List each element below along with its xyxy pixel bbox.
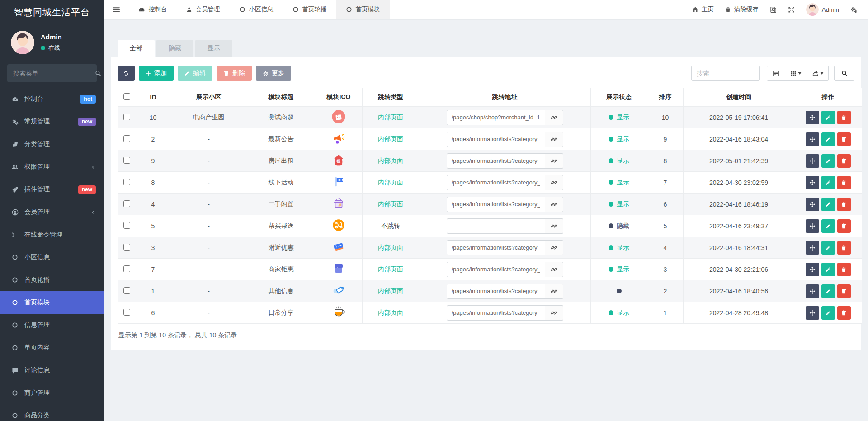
edit-row-button[interactable] [821, 176, 835, 189]
jump-url-input[interactable] [447, 218, 545, 234]
delete-row-button[interactable] [837, 154, 851, 168]
row-checkbox[interactable] [123, 265, 130, 272]
sidebar-search-input[interactable] [13, 70, 95, 77]
move-row-button[interactable] [806, 263, 819, 276]
link-icon-button[interactable] [545, 240, 563, 255]
sidebar-item-category[interactable]: 分类管理 [0, 133, 104, 156]
row-checkbox[interactable] [123, 179, 130, 185]
jump-url-input[interactable] [447, 284, 545, 299]
move-row-button[interactable] [806, 111, 819, 124]
settings-button[interactable] [850, 6, 857, 13]
sidebar-item-member[interactable]: 会员管理 [0, 201, 104, 223]
tab-dashboard[interactable]: 控制台 [129, 0, 177, 19]
search-submit-button[interactable] [834, 66, 854, 81]
sidebar-item-addon[interactable]: 插件管理new [0, 178, 104, 201]
move-row-button[interactable] [806, 132, 819, 146]
refresh-button[interactable] [118, 66, 135, 81]
move-row-button[interactable] [806, 306, 819, 320]
edit-row-button[interactable] [821, 306, 835, 320]
row-checkbox[interactable] [123, 287, 130, 294]
edit-row-button[interactable] [821, 219, 835, 233]
menu-toggle-icon[interactable] [104, 0, 129, 19]
move-row-button[interactable] [806, 219, 819, 233]
table-search-input[interactable] [691, 66, 760, 81]
fullscreen-button[interactable] [788, 6, 795, 13]
row-checkbox[interactable] [123, 135, 130, 142]
jump-url-input[interactable] [447, 110, 545, 125]
sidebar-item-community[interactable]: 小区信息 [0, 246, 104, 269]
delete-row-button[interactable] [837, 284, 851, 298]
delete-row-button[interactable] [837, 111, 851, 124]
tab-community[interactable]: 小区信息 [230, 0, 283, 19]
move-row-button[interactable] [806, 241, 819, 255]
jump-url-input[interactable] [447, 240, 545, 255]
tab-home-module[interactable]: 首页模块 [336, 0, 390, 19]
add-button[interactable]: 添加 [139, 66, 174, 81]
sidebar-item-banner[interactable]: 首页轮播 [0, 269, 104, 291]
delete-row-button[interactable] [837, 306, 851, 320]
jump-url-input[interactable] [447, 262, 545, 277]
link-icon-button[interactable] [545, 218, 563, 234]
sidebar-item-merchant[interactable]: 商户管理 [0, 382, 104, 404]
jump-url-input[interactable] [447, 153, 545, 169]
delete-row-button[interactable] [837, 198, 851, 211]
sidebar-item-goods-category[interactable]: 商品分类 [0, 404, 104, 421]
jump-url-input[interactable] [447, 305, 545, 321]
jump-url-input[interactable] [447, 197, 545, 212]
columns-button[interactable] [785, 66, 807, 81]
filter-tab-all[interactable]: 全部 [118, 40, 155, 57]
select-all-checkbox[interactable] [123, 93, 130, 100]
more-button[interactable]: 更多 [256, 66, 291, 81]
edit-row-button[interactable] [821, 132, 835, 146]
delete-row-button[interactable] [837, 132, 851, 146]
row-checkbox[interactable] [123, 114, 130, 120]
sidebar-item-comment[interactable]: 评论信息 [0, 359, 104, 382]
home-link[interactable]: 主页 [692, 5, 714, 14]
edit-button[interactable]: 编辑 [178, 66, 212, 81]
row-checkbox[interactable] [123, 200, 130, 207]
edit-row-button[interactable] [821, 111, 835, 124]
export-button[interactable] [807, 66, 829, 81]
link-icon-button[interactable] [545, 305, 563, 321]
filter-tab-hidden[interactable]: 隐藏 [156, 40, 193, 57]
delete-row-button[interactable] [837, 241, 851, 255]
link-icon-button[interactable] [545, 110, 563, 125]
sidebar-item-command[interactable]: 在线命令管理 [0, 223, 104, 246]
tab-banner[interactable]: 首页轮播 [283, 0, 336, 19]
sidebar-item-dashboard[interactable]: 控制台hot [0, 88, 104, 110]
edit-row-button[interactable] [821, 284, 835, 298]
delete-row-button[interactable] [837, 263, 851, 276]
delete-row-button[interactable] [837, 176, 851, 189]
row-checkbox[interactable] [123, 157, 130, 164]
delete-button[interactable]: 删除 [217, 66, 252, 81]
edit-row-button[interactable] [821, 263, 835, 276]
link-icon-button[interactable] [545, 132, 563, 147]
filter-tab-visible[interactable]: 显示 [195, 40, 232, 57]
sidebar-item-information[interactable]: 信息管理 [0, 314, 104, 336]
link-icon-button[interactable] [545, 197, 563, 212]
sidebar-item-general[interactable]: 常规管理new [0, 110, 104, 133]
link-icon-button[interactable] [545, 175, 563, 190]
move-row-button[interactable] [806, 198, 819, 211]
sidebar-item-home-module[interactable]: 首页模块 [0, 291, 104, 314]
edit-row-button[interactable] [821, 198, 835, 211]
jump-url-input[interactable] [447, 132, 545, 147]
user-menu[interactable]: Admin [806, 3, 839, 16]
link-icon-button[interactable] [545, 153, 563, 169]
link-icon-button[interactable] [545, 262, 563, 277]
delete-row-button[interactable] [837, 219, 851, 233]
jump-url-input[interactable] [447, 175, 545, 190]
edit-row-button[interactable] [821, 241, 835, 255]
row-checkbox[interactable] [123, 244, 130, 251]
row-checkbox[interactable] [123, 222, 130, 229]
language-button[interactable] [770, 6, 777, 13]
edit-row-button[interactable] [821, 154, 835, 168]
link-icon-button[interactable] [545, 284, 563, 299]
sidebar-item-page[interactable]: 单页内容 [0, 336, 104, 359]
row-checkbox[interactable] [123, 309, 130, 316]
clear-cache-button[interactable]: 清除缓存 [725, 5, 759, 14]
move-row-button[interactable] [806, 176, 819, 189]
sidebar-item-auth[interactable]: 权限管理 [0, 156, 104, 178]
move-row-button[interactable] [806, 284, 819, 298]
tab-member[interactable]: 会员管理 [177, 0, 230, 19]
